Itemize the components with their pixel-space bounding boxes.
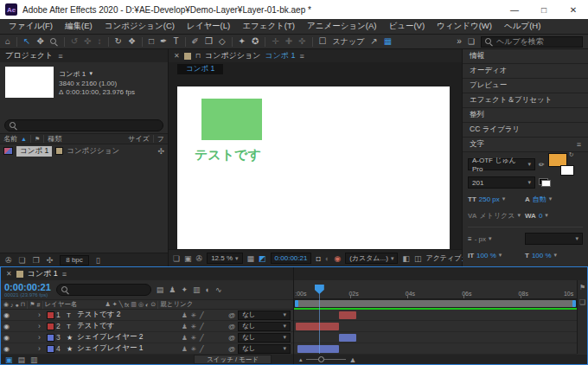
panel-menu-icon[interactable]: ≡ <box>577 140 581 149</box>
eye-icon[interactable]: ◉ <box>3 334 12 342</box>
timeline-search-input[interactable] <box>56 284 151 296</box>
region-of-interest-icon[interactable]: ◩ <box>259 254 266 263</box>
panel-title[interactable]: コンポジション <box>205 50 260 61</box>
panel-info[interactable]: 情報 <box>463 49 588 64</box>
expand-transfer-controls-icon[interactable]: ▤ <box>18 355 26 364</box>
menu-file[interactable]: ファイル(F) <box>9 21 53 32</box>
chevron-down-icon[interactable]: ▾ <box>499 252 502 259</box>
menu-edit[interactable]: 編集(E) <box>65 21 93 32</box>
rotate-tool-icon[interactable]: ↻ <box>115 37 122 46</box>
bit-depth-button[interactable]: 8 bpc <box>60 255 89 266</box>
axis-mode-world-icon[interactable]: ✚ <box>285 37 292 46</box>
selection-tool-icon[interactable]: ↖ <box>23 37 30 46</box>
lock-icon[interactable]: ⊓ <box>195 52 201 60</box>
column-file[interactable]: フ <box>157 134 164 144</box>
tab-comp-1[interactable]: コンポ 1 <box>177 64 223 74</box>
layer-duration-bar[interactable] <box>339 311 357 319</box>
type-tool-icon[interactable]: T <box>173 37 178 46</box>
eyedropper-icon[interactable]: ✏ <box>539 161 545 169</box>
close-icon[interactable]: ✕ <box>174 52 180 60</box>
label-color-chip[interactable] <box>55 147 63 155</box>
workspace-switcher-icon[interactable]: ❏ <box>468 37 475 46</box>
hide-shy-layers-icon[interactable]: ✦ <box>181 285 188 294</box>
draft-3d-icon[interactable]: ♟ <box>169 285 176 294</box>
tracking-value[interactable]: 0 <box>539 212 542 220</box>
expander-icon[interactable]: › <box>38 322 45 330</box>
layer-label-chip[interactable] <box>47 334 54 342</box>
grid-guides-icon[interactable]: ▦ <box>247 254 255 263</box>
layer-bar-lane-3[interactable] <box>294 332 577 343</box>
composition-viewer[interactable]: テストです <box>169 74 462 249</box>
time-ruler[interactable]: :00s 02s 04s 06s 08s 10s <box>294 280 577 299</box>
brush-tool-icon[interactable]: ✐ <box>192 37 199 46</box>
shy-toggle[interactable]: ♟ <box>182 334 188 342</box>
show-snapshot-icon[interactable]: ◐ <box>325 254 329 263</box>
toolbar-overflow-chevron[interactable]: » <box>457 37 462 46</box>
current-time[interactable]: 0:00:00:21 00021 (23.976 fps) <box>4 283 51 298</box>
menu-animation[interactable]: アニメーション(A) <box>307 21 377 32</box>
panel-audio[interactable]: オーディオ <box>463 64 588 79</box>
chevron-down-icon[interactable]: ▾ <box>549 195 553 202</box>
leading-value[interactable]: 自動 <box>533 195 546 204</box>
expander-icon[interactable]: › <box>38 333 45 342</box>
work-area-span[interactable] <box>295 300 576 307</box>
snap-checkbox-icon[interactable]: ☐ <box>319 37 327 46</box>
snapshot-icon[interactable]: ◘ <box>316 254 320 263</box>
axis-mode-local-icon[interactable]: ✛ <box>272 37 278 46</box>
layer-duration-bar[interactable] <box>297 345 339 353</box>
interpret-footage-icon[interactable]: ✇ <box>5 256 12 265</box>
layer-duration-bar[interactable] <box>339 334 357 342</box>
panel-menu-icon[interactable]: ≡ <box>300 52 304 61</box>
panel-align[interactable]: 整列 <box>463 108 588 123</box>
column-type[interactable]: 種類 <box>48 134 61 144</box>
menu-window[interactable]: ウィンドウ(W) <box>437 21 492 32</box>
panel-cc-libraries[interactable]: CC ライブラリ <box>463 123 588 138</box>
chevron-down-icon[interactable]: ▾ <box>489 235 492 242</box>
panel-menu-icon[interactable]: ≡ <box>58 52 62 61</box>
chevron-down-icon[interactable]: ▾ <box>502 195 506 202</box>
font-style-dropdown[interactable]: 201▾ <box>468 176 535 189</box>
collapse-toggle[interactable]: ✳ <box>191 311 196 319</box>
font-size-value[interactable]: 250 px <box>479 195 500 203</box>
menu-effect[interactable]: エフェクト(T) <box>242 21 295 32</box>
layer-row-2[interactable]: ◉ › 2 T テストです ♟✳╱ @ なし▾ <box>1 321 293 332</box>
motion-blur-icon[interactable]: ◐ <box>205 285 209 294</box>
layer-name-column[interactable]: レイヤー名 <box>45 300 78 309</box>
quality-toggle[interactable]: ╱ <box>200 323 204 330</box>
graph-editor-icon[interactable]: ∿ <box>215 285 222 294</box>
close-icon[interactable]: ✕ <box>6 270 12 278</box>
pan-camera-icon[interactable]: ✜ <box>84 37 91 46</box>
stroke-color-swatch[interactable] <box>560 165 574 176</box>
menu-composition[interactable]: コンポジション(C) <box>105 21 175 32</box>
horizontal-scale-value[interactable]: 100 % <box>532 252 552 259</box>
comp-name[interactable]: コンポ 1 <box>59 69 86 79</box>
fast-preview-icon[interactable]: ◫ <box>414 254 422 263</box>
pick-whip-icon[interactable]: @ <box>228 323 235 330</box>
parent-dropdown[interactable]: なし▾ <box>238 333 291 343</box>
layer-row-1[interactable]: ◉ › 1 T テストです 2 ♟✳╱ @ なし▾ <box>1 310 293 321</box>
stroke-style-dropdown[interactable]: ▾ <box>525 233 583 245</box>
rectangle-tool-icon[interactable]: □ <box>149 37 154 46</box>
chevron-down-icon[interactable]: ▾ <box>545 212 548 219</box>
layer-bar-lane-1[interactable] <box>294 310 577 321</box>
main-monitor-icon[interactable]: ▣ <box>184 254 192 263</box>
layer-name[interactable]: シェイプレイヤー 2 <box>77 332 180 343</box>
chevron-down-icon[interactable]: ▾ <box>554 252 558 259</box>
chevron-down-icon[interactable]: ▾ <box>517 212 521 219</box>
hand-tool-icon[interactable]: ✥ <box>36 37 43 46</box>
vertical-scale-value[interactable]: 100 % <box>476 252 496 259</box>
layer-row-3[interactable]: ◉ › 3 ★ シェイプレイヤー 2 ♟✳╱ @ なし▾ <box>1 332 293 343</box>
switches-modes-button[interactable]: スイッチ / モード <box>194 355 272 364</box>
stroke-width-value[interactable]: - px <box>475 235 486 243</box>
quality-toggle[interactable]: ╱ <box>200 345 204 353</box>
expand-in-out-icon[interactable]: ▥ <box>30 355 38 364</box>
layer-name[interactable]: テストです <box>77 321 180 331</box>
mask-visibility-icon[interactable]: ↗ <box>370 37 377 46</box>
frame-blend-icon[interactable]: ▥ <box>193 285 201 294</box>
collapse-toggle[interactable]: ✳ <box>191 323 196 330</box>
show-channel-icon[interactable]: ◉ <box>334 254 341 263</box>
tab-comp-1[interactable]: コンポ 1 <box>28 268 58 279</box>
zoom-out-mountain-icon[interactable]: ▴ <box>299 356 303 363</box>
view-options-icon[interactable]: ✇ <box>196 254 203 263</box>
pick-whip-icon[interactable]: @ <box>228 334 235 342</box>
